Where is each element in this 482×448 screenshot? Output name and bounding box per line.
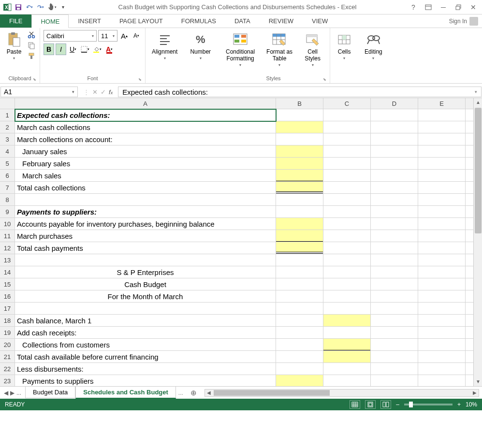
cell-C11[interactable]	[323, 230, 371, 242]
cell-A7[interactable]: Total cash collections	[15, 182, 276, 194]
cell-C14[interactable]	[323, 266, 371, 278]
paste-button[interactable]: Paste ▾	[3, 30, 25, 62]
row-header-15[interactable]: 15	[0, 278, 15, 290]
cell-B13[interactable]	[276, 254, 323, 266]
cell-D18[interactable]	[371, 315, 418, 327]
cell-B10[interactable]	[276, 218, 323, 230]
cell-D15[interactable]	[371, 278, 418, 290]
sheet-tab-schedules[interactable]: Schedules and Cash Budget	[75, 387, 176, 399]
row-header-14[interactable]: 14	[0, 266, 15, 278]
sheet-more-icon[interactable]: ...	[176, 390, 186, 396]
sheet-tab-budget-data[interactable]: Budget Data	[25, 387, 75, 398]
cell-B9[interactable]	[276, 206, 323, 218]
cell-C22[interactable]	[323, 363, 371, 375]
row-header-6[interactable]: 6	[0, 170, 15, 182]
cell-A17[interactable]	[15, 303, 276, 315]
cell-C15[interactable]	[323, 278, 371, 290]
sheet-next-icon[interactable]: ▶	[10, 390, 15, 396]
new-sheet-button[interactable]: ⊕	[186, 389, 202, 397]
cell-styles-button[interactable]: Cell Styles▾	[299, 30, 326, 69]
alignment-button[interactable]: Alignment ▾	[149, 30, 180, 62]
underline-button[interactable]: U▾	[68, 43, 78, 55]
cell-C19[interactable]	[323, 327, 371, 339]
borders-button[interactable]: ▾	[80, 43, 90, 55]
cell-A8[interactable]	[15, 194, 276, 206]
cell-C10[interactable]	[323, 218, 371, 230]
normal-view-icon[interactable]	[350, 400, 360, 409]
row-header-5[interactable]: 5	[0, 158, 15, 170]
cell-C13[interactable]	[323, 254, 371, 266]
col-header-B[interactable]: B	[276, 98, 323, 109]
scroll-thumb[interactable]	[475, 108, 482, 233]
select-all-corner[interactable]	[0, 98, 15, 109]
tab-home[interactable]: HOME	[31, 14, 69, 28]
cell-B3[interactable]	[276, 133, 323, 145]
cell-A20[interactable]: Collections from customers	[15, 339, 276, 351]
cell-B8[interactable]	[276, 194, 323, 206]
save-icon[interactable]	[14, 2, 23, 12]
row-header-4[interactable]: 4	[0, 145, 15, 158]
row-header-9[interactable]: 9	[0, 206, 15, 218]
cancel-formula-icon[interactable]: ✕	[92, 88, 98, 96]
cell-D12[interactable]	[371, 242, 418, 254]
tab-data[interactable]: DATA	[225, 14, 260, 28]
cell-D2[interactable]	[371, 121, 418, 133]
cell-B23[interactable]	[276, 375, 323, 386]
cells-button[interactable]: Cells ▾	[334, 30, 355, 62]
row-header-23[interactable]: 23	[0, 375, 15, 386]
minimize-button[interactable]: ─	[437, 2, 450, 13]
cell-D13[interactable]	[371, 254, 418, 266]
cell-C20[interactable]	[323, 339, 371, 351]
col-header-E[interactable]: E	[418, 98, 466, 109]
tab-review[interactable]: REVIEW	[260, 14, 303, 28]
row-header-18[interactable]: 18	[0, 315, 15, 327]
row-header-8[interactable]: 8	[0, 194, 15, 206]
cell-D1[interactable]	[371, 109, 418, 121]
col-header-C[interactable]: C	[323, 98, 371, 109]
cell-B11[interactable]	[276, 230, 323, 242]
grow-font-icon[interactable]: A▴	[119, 30, 130, 42]
cell-B16[interactable]	[276, 290, 323, 303]
cell-B1[interactable]	[276, 109, 323, 121]
cell-E14[interactable]	[418, 266, 466, 278]
cell-D4[interactable]	[371, 145, 418, 158]
cell-B7[interactable]	[276, 182, 323, 194]
cell-A6[interactable]: March sales	[15, 170, 276, 182]
bold-button[interactable]: B	[44, 43, 54, 55]
cell-E5[interactable]	[418, 158, 466, 170]
cell-D21[interactable]	[371, 351, 418, 363]
cell-B15[interactable]	[276, 278, 323, 290]
cell-A10[interactable]: Accounts payable for inventory purchases…	[15, 218, 276, 230]
cell-E7[interactable]	[418, 182, 466, 194]
cell-D9[interactable]	[371, 206, 418, 218]
sign-in[interactable]: Sign In	[445, 14, 482, 28]
cell-D11[interactable]	[371, 230, 418, 242]
cell-A15[interactable]: Cash Budget	[15, 278, 276, 290]
cell-E6[interactable]	[418, 170, 466, 182]
zoom-out-button[interactable]: –	[396, 401, 399, 408]
cell-B14[interactable]	[276, 266, 323, 278]
cell-E11[interactable]	[418, 230, 466, 242]
cell-E23[interactable]	[418, 375, 466, 386]
name-box[interactable]: A1 ▾	[0, 87, 78, 97]
cell-C6[interactable]	[323, 170, 371, 182]
format-painter-icon[interactable]	[27, 51, 36, 61]
cell-E21[interactable]	[418, 351, 466, 363]
expand-formula-icon[interactable]: ▾	[475, 89, 477, 94]
undo-icon[interactable]: ↶▾	[25, 2, 34, 12]
row-header-2[interactable]: 2	[0, 121, 15, 133]
cell-A9[interactable]: Payments to suppliers:	[15, 206, 276, 218]
cell-D16[interactable]	[371, 290, 418, 303]
cell-B18[interactable]	[276, 315, 323, 327]
cell-E22[interactable]	[418, 363, 466, 375]
cell-D10[interactable]	[371, 218, 418, 230]
cell-B20[interactable]	[276, 339, 323, 351]
restore-button[interactable]	[452, 2, 465, 13]
cell-C5[interactable]	[323, 158, 371, 170]
cell-D14[interactable]	[371, 266, 418, 278]
cell-E20[interactable]	[418, 339, 466, 351]
row-header-20[interactable]: 20	[0, 339, 15, 351]
scroll-thumb[interactable]	[214, 390, 330, 396]
cell-C21[interactable]	[323, 351, 371, 363]
cell-C16[interactable]	[323, 290, 371, 303]
